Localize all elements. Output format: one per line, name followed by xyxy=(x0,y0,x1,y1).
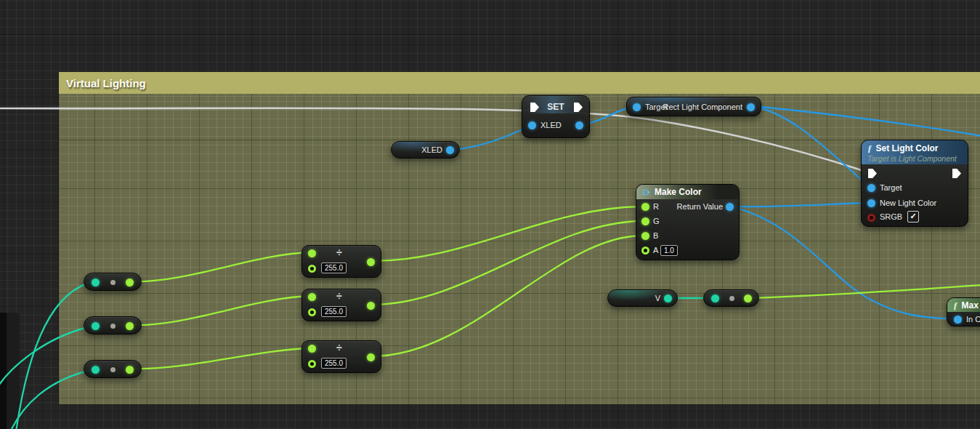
conversion-dot-icon xyxy=(110,324,116,329)
set-light-color-header: ƒ Set Light Color Target is Light Compon… xyxy=(862,140,968,164)
conversion-dot-icon xyxy=(729,296,734,301)
conversion-input-pin[interactable] xyxy=(92,322,100,330)
xled-getter-label: XLED xyxy=(421,145,442,154)
return-value-pin[interactable] xyxy=(726,203,734,211)
rect-light-output-label: Rect Light Component xyxy=(663,103,742,111)
function-icon: ƒ xyxy=(867,143,872,154)
xled-input-pin[interactable] xyxy=(528,121,536,129)
rect-light-output-pin[interactable] xyxy=(747,103,755,111)
node-conversion-r[interactable] xyxy=(84,273,142,291)
node-set-light-color[interactable]: ƒ Set Light Color Target is Light Compon… xyxy=(861,140,968,227)
srgb-checkbox[interactable]: ✓ xyxy=(907,211,919,222)
conversion-output-pin[interactable] xyxy=(126,278,134,286)
offscreen-node-edge xyxy=(0,313,20,429)
set-light-color-subtitle: Target is Light Component xyxy=(867,154,957,163)
conversion-output-pin[interactable] xyxy=(126,366,134,374)
xled-output-pin[interactable] xyxy=(575,121,583,129)
srgb-label: SRGB xyxy=(880,212,902,221)
divisor-value-input[interactable]: 255.0 xyxy=(321,262,347,273)
divide-output-pin[interactable] xyxy=(367,353,375,361)
dividend-input-pin[interactable] xyxy=(308,249,316,257)
g-input-pin[interactable] xyxy=(641,217,649,225)
make-color-header: Make Color xyxy=(636,185,739,199)
divide-operator-icon: ÷ xyxy=(336,291,342,301)
a-label: A xyxy=(653,246,658,254)
make-struct-icon xyxy=(641,188,651,196)
alpha-value-input[interactable]: 1.0 xyxy=(660,245,678,256)
target-input-pin[interactable] xyxy=(633,103,641,111)
node-conversion-g[interactable] xyxy=(84,316,142,334)
conversion-output-pin[interactable] xyxy=(126,322,134,330)
divisor-value-input[interactable]: 255.0 xyxy=(321,358,347,369)
node-divide-b[interactable]: ÷ 255.0 xyxy=(301,340,381,373)
r-input-pin[interactable] xyxy=(641,203,649,211)
max-title: Max ( xyxy=(962,300,980,310)
make-color-title: Make Color xyxy=(655,187,702,197)
g-label: G xyxy=(653,217,660,225)
max-input-pin[interactable] xyxy=(954,316,962,324)
conversion-output-pin[interactable] xyxy=(744,294,752,302)
divide-operator-icon: ÷ xyxy=(336,247,342,257)
divisor-input-pin[interactable] xyxy=(308,360,316,368)
dividend-input-pin[interactable] xyxy=(308,345,316,353)
new-light-color-input-pin[interactable] xyxy=(867,199,875,207)
b-label: B xyxy=(653,231,658,240)
v-getter-label: V xyxy=(655,294,660,302)
node-rect-light-component[interactable]: Target Rect Light Component xyxy=(626,97,761,116)
new-light-color-label: New Light Color xyxy=(880,199,936,207)
comment-title: Virtual Lighting xyxy=(66,77,146,89)
srgb-input-pin[interactable] xyxy=(867,214,875,222)
return-value-label: Return Value xyxy=(677,202,723,211)
blueprint-graph-canvas[interactable]: Virtual Lighting SET XLED xyxy=(0,0,980,429)
node-xled-getter[interactable]: XLED xyxy=(391,141,460,159)
comment-body xyxy=(59,94,980,404)
node-make-color[interactable]: Make Color R G B A 1.0 Return Value xyxy=(636,184,740,260)
node-conversion-v[interactable] xyxy=(703,289,759,307)
divide-output-pin[interactable] xyxy=(367,302,375,310)
exec-in-pin[interactable] xyxy=(868,169,877,178)
node-divide-g[interactable]: ÷ 255.0 xyxy=(301,289,381,321)
node-set-xled[interactable]: SET XLED xyxy=(522,95,590,138)
comment-title-bar[interactable]: Virtual Lighting xyxy=(59,72,980,94)
a-input-pin[interactable] xyxy=(641,246,649,254)
conversion-input-pin[interactable] xyxy=(92,366,100,374)
divide-operator-icon: ÷ xyxy=(336,342,342,353)
node-max-function[interactable]: ƒ Max ( In Col xyxy=(947,297,980,326)
r-label: R xyxy=(653,202,659,211)
set-light-color-title: Set Light Color xyxy=(876,143,939,153)
conversion-input-pin[interactable] xyxy=(92,278,100,286)
function-icon: ƒ xyxy=(953,300,958,311)
v-getter-output-pin[interactable] xyxy=(664,294,672,302)
conversion-dot-icon xyxy=(110,280,116,285)
b-input-pin[interactable] xyxy=(641,232,649,240)
target-input-pin[interactable] xyxy=(867,184,875,192)
max-input-label: In Col xyxy=(966,315,980,324)
comment-box-virtual-lighting[interactable]: Virtual Lighting xyxy=(58,71,980,405)
node-conversion-b[interactable] xyxy=(84,360,142,378)
xled-input-label: XLED xyxy=(540,121,562,129)
node-v-getter[interactable]: V xyxy=(607,289,678,307)
xled-getter-output-pin[interactable] xyxy=(446,146,454,154)
node-divide-r[interactable]: ÷ 255.0 xyxy=(301,245,381,278)
exec-out-pin[interactable] xyxy=(952,169,961,178)
divide-output-pin[interactable] xyxy=(367,258,375,266)
dividend-input-pin[interactable] xyxy=(308,293,316,301)
divisor-input-pin[interactable] xyxy=(308,308,316,316)
divisor-input-pin[interactable] xyxy=(308,265,316,273)
max-header: ƒ Max ( xyxy=(947,298,980,312)
divisor-value-input[interactable]: 255.0 xyxy=(321,306,347,317)
conversion-dot-icon xyxy=(110,367,116,372)
conversion-input-pin[interactable] xyxy=(711,294,719,302)
target-label: Target xyxy=(880,183,902,192)
